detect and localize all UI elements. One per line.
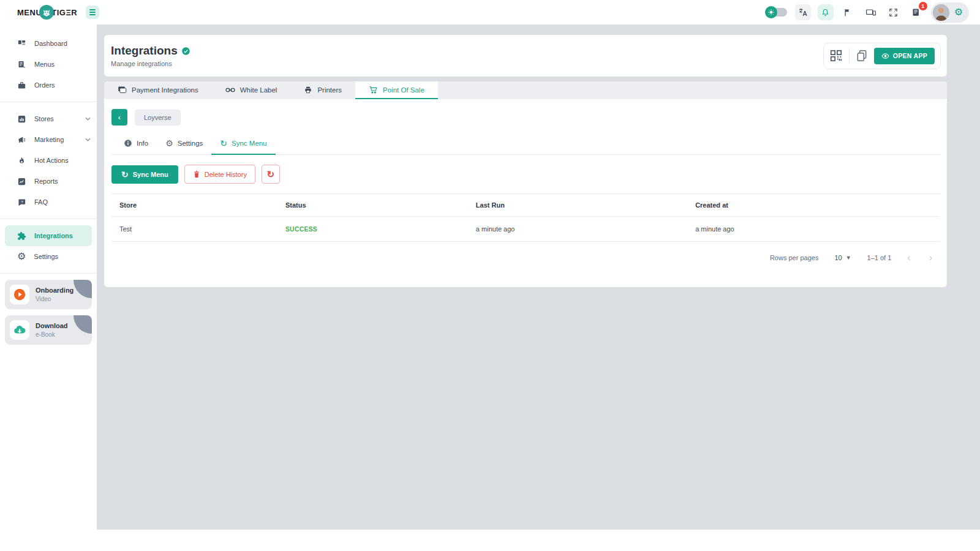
sidebar-item-marketing[interactable]: Marketing <box>0 129 97 150</box>
column-header-status: Status <box>285 194 476 217</box>
integrations-card: Payment Integrations White Label Printer… <box>104 81 947 287</box>
whats-new-icon[interactable]: 1 <box>908 4 924 20</box>
stores-icon <box>17 114 26 124</box>
settings-gear-icon[interactable]: ⚙ <box>954 7 963 17</box>
subtab-info[interactable]: Info <box>115 133 157 155</box>
payment-card-icon <box>118 86 127 94</box>
corner-decoration <box>74 315 92 334</box>
sidebar-item-reports[interactable]: Reports <box>0 171 97 192</box>
sidebar-item-label: Marketing <box>34 136 77 143</box>
sidebar-item-hot-actions[interactable]: Hot Actions <box>0 150 97 171</box>
flame-icon <box>17 156 26 165</box>
devices-icon[interactable] <box>863 4 879 20</box>
menus-icon <box>17 60 26 69</box>
puzzle-icon <box>17 231 26 241</box>
onboarding-video-card[interactable]: Onboarding Video <box>5 280 92 309</box>
page-title: Integrations <box>111 44 178 58</box>
sidebar-item-stores[interactable]: Stores <box>0 108 97 129</box>
sidebar-item-label: Integrations <box>34 232 86 239</box>
topbar: MENU TIGΞR 1 <box>0 0 980 24</box>
sidebar-toggle-button[interactable] <box>86 6 99 19</box>
tab-white-label[interactable]: White Label <box>212 81 291 99</box>
info-icon <box>124 139 132 148</box>
subtab-sync-menu[interactable]: ↻ Sync Menu <box>211 133 275 155</box>
cart-icon <box>369 85 378 94</box>
divider <box>849 48 850 63</box>
flag-icon[interactable] <box>840 4 856 20</box>
sync-icon: ↻ <box>121 170 129 179</box>
page-subtitle: Manage integrations <box>111 60 190 67</box>
next-page-button[interactable]: › <box>929 253 932 263</box>
open-app-label: OPEN APP <box>893 52 927 59</box>
dashboard-icon <box>17 39 26 48</box>
column-header-store: Store <box>111 194 285 217</box>
delete-history-label: Delete History <box>205 171 247 178</box>
corner-decoration <box>74 280 92 298</box>
subtab-settings[interactable]: ⚙ Settings <box>157 133 211 155</box>
trash-icon <box>193 170 200 178</box>
theme-toggle[interactable] <box>765 6 788 18</box>
notifications-bell-icon[interactable] <box>818 4 834 20</box>
sidebar-divider <box>0 102 97 102</box>
promo-subtitle: Video <box>36 296 74 302</box>
rows-per-page-label: Rows per pages <box>770 254 819 261</box>
delete-history-button[interactable]: Delete History <box>184 165 255 184</box>
rows-per-page-select[interactable]: 10 ▼ <box>834 254 851 261</box>
subtab-label: Settings <box>178 140 203 147</box>
tiger-logo-icon <box>39 5 54 20</box>
sidebar-item-dashboard[interactable]: Dashboard <box>0 33 97 54</box>
sidebar-divider <box>0 273 97 274</box>
sync-icon: ↻ <box>220 139 227 148</box>
eye-icon <box>881 52 889 60</box>
tab-printers[interactable]: Printers <box>290 81 355 99</box>
open-app-button[interactable]: OPEN APP <box>874 48 935 64</box>
user-avatar[interactable] <box>933 4 949 21</box>
cloud-download-icon <box>10 320 29 340</box>
subtab-label: Sync Menu <box>232 140 267 147</box>
cell-store: Test <box>111 217 285 242</box>
integration-chip-loyverse[interactable]: Loyverse <box>135 110 181 126</box>
main-content: Integrations Manage integrations <box>97 24 980 530</box>
refresh-button[interactable]: ↻ <box>262 165 280 184</box>
sidebar-item-menus[interactable]: Menus <box>0 54 97 75</box>
page-header-card: Integrations Manage integrations <box>104 35 947 77</box>
select-arrow-icon: ▼ <box>846 255 851 261</box>
chevron-down-icon <box>85 138 91 141</box>
tab-point-of-sale[interactable]: Point Of Sale <box>355 81 438 99</box>
sync-menu-button[interactable]: ↻ Sync Menu <box>111 165 178 184</box>
sidebar-item-label: Stores <box>34 115 77 122</box>
promo-subtitle: e-Book <box>36 331 68 338</box>
tab-label: White Label <box>240 86 277 94</box>
download-ebook-card[interactable]: Download e-Book <box>5 315 92 345</box>
sidebar-item-settings[interactable]: ⚙ Settings <box>0 246 97 267</box>
reports-icon <box>17 177 26 186</box>
column-header-last-run: Last Run <box>476 194 695 217</box>
qr-actions-box: OPEN APP <box>823 43 941 69</box>
sidebar-item-label: Orders <box>34 81 91 89</box>
play-icon <box>10 285 29 304</box>
tab-label: Payment Integrations <box>132 86 198 94</box>
integration-subtabs: Info ⚙ Settings ↻ Sync Menu <box>111 133 940 155</box>
app-logo[interactable]: MENU TIGΞR <box>17 5 77 20</box>
previous-page-button[interactable]: ‹ <box>907 253 910 263</box>
sidebar-item-orders[interactable]: Orders <box>0 75 97 96</box>
cell-last-run: a minute ago <box>476 217 695 242</box>
sidebar-item-integrations[interactable]: Integrations <box>5 225 92 246</box>
sun-icon <box>765 6 777 18</box>
cell-created-at: a minute ago <box>695 217 940 242</box>
chevron-down-icon <box>85 117 91 121</box>
marketing-icon <box>17 135 26 144</box>
translate-icon[interactable] <box>795 4 811 20</box>
back-button[interactable]: ‹ <box>111 109 127 126</box>
logo-text-left: MENU <box>17 8 42 17</box>
sync-menu-label: Sync Menu <box>133 171 168 178</box>
table-row[interactable]: Test SUCCESS a minute ago a minute ago <box>111 217 940 242</box>
sidebar-divider <box>0 219 97 219</box>
fullscreen-icon[interactable] <box>886 4 902 20</box>
copy-icon[interactable] <box>856 49 868 62</box>
sidebar-item-faq[interactable]: ? FAQ <box>0 192 97 212</box>
notification-count-badge: 1 <box>919 2 927 10</box>
qr-code-icon[interactable] <box>829 49 843 62</box>
promo-title: Onboarding <box>36 287 74 294</box>
tab-payment-integrations[interactable]: Payment Integrations <box>104 81 212 99</box>
